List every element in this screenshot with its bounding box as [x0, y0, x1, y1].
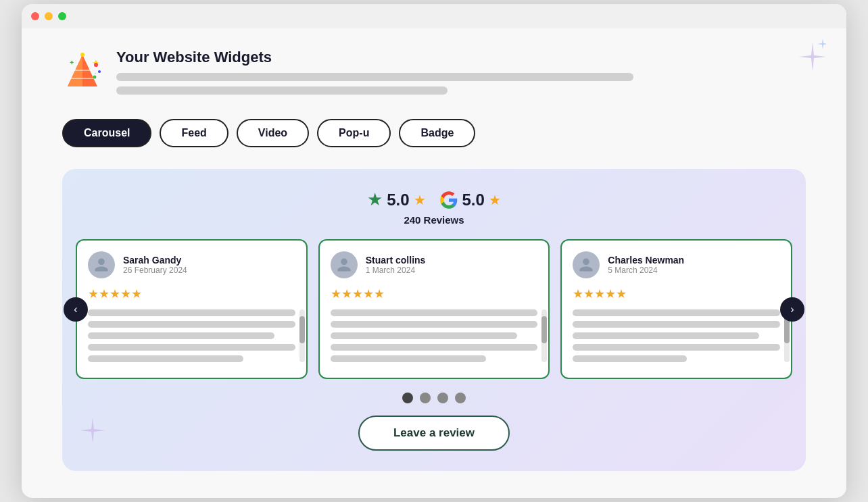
- review-card-2: Stuart collins 1 March 2024 ★★★★★: [318, 239, 550, 379]
- reviewer-date-3: 5 March 2024: [608, 266, 684, 275]
- svg-text:✦: ✦: [69, 59, 74, 66]
- svg-point-8: [94, 63, 98, 67]
- avatar-1: [88, 251, 115, 278]
- prev-button[interactable]: ‹: [64, 297, 88, 322]
- tab-feed[interactable]: Feed: [160, 119, 228, 147]
- tab-popup[interactable]: Pop-u: [317, 119, 391, 147]
- reviewer-name-3: Charles Newman: [608, 255, 684, 266]
- tab-badge[interactable]: Badge: [399, 119, 475, 147]
- reviewer-header-1: Sarah Gandy 26 February 2024: [88, 251, 295, 278]
- green-rating-value: 5.0: [387, 191, 409, 209]
- minimize-dot[interactable]: [45, 12, 53, 20]
- leave-review-button[interactable]: Leave a review: [358, 416, 510, 451]
- sparkle-decoration-bl: [76, 414, 110, 451]
- review-card-1: Sarah Gandy 26 February 2024 ★★★★★: [76, 239, 308, 379]
- reviewer-info-2: Stuart collins 1 March 2024: [366, 255, 426, 275]
- dot-4[interactable]: [455, 393, 466, 403]
- carousel-dots: [76, 393, 792, 403]
- stars-2: ★★★★★: [331, 286, 538, 301]
- reviewer-header-3: Charles Newman 5 March 2024: [573, 251, 780, 278]
- main-content: ✦ ✦ · Your Website Widgets Carousel Feed…: [22, 28, 846, 498]
- green-star-icon: ★: [367, 189, 383, 210]
- stars-3: ★★★★★: [573, 286, 780, 301]
- svg-point-4: [80, 53, 85, 57]
- next-button[interactable]: ›: [780, 297, 804, 322]
- dot-2[interactable]: [420, 393, 431, 403]
- scrollbar-2: [541, 309, 547, 362]
- header-text: Your Website Widgets: [116, 49, 806, 100]
- dot-1[interactable]: [402, 393, 413, 403]
- reviewer-date-1: 26 February 2024: [123, 266, 187, 275]
- close-dot[interactable]: [31, 12, 39, 20]
- tab-carousel[interactable]: Carousel: [62, 119, 151, 147]
- carousel-widget: ★ 5.0 ★ 5.0 ★: [62, 169, 806, 471]
- stars-1: ★★★★★: [88, 286, 295, 301]
- reviewer-header-2: Stuart collins 1 March 2024: [331, 251, 538, 278]
- scrollbar-1: [299, 309, 305, 362]
- app-window: ✦ ✦ · Your Website Widgets Carousel Feed…: [22, 4, 846, 498]
- avatar-3: [573, 251, 600, 278]
- tabs-row: Carousel Feed Video Pop-u Badge: [62, 119, 806, 147]
- reviews-count: 240 Reviews: [76, 214, 792, 226]
- maximize-dot[interactable]: [58, 12, 66, 20]
- svg-point-9: [98, 70, 101, 73]
- reviewer-info-1: Sarah Gandy 26 February 2024: [123, 255, 187, 275]
- ratings-row: ★ 5.0 ★ 5.0 ★: [76, 189, 792, 210]
- review-content-1: [88, 309, 295, 362]
- ratings-header: ★ 5.0 ★ 5.0 ★: [76, 189, 792, 226]
- logo: ✦ ✦ ·: [62, 51, 103, 92]
- reviewer-name-1: Sarah Gandy: [123, 255, 187, 266]
- review-content-2: [331, 309, 538, 362]
- reviewer-date-2: 1 March 2024: [366, 266, 426, 275]
- cards-row: ‹ Sarah Gandy 26 February 2024 ★★★★★: [76, 239, 792, 379]
- avatar-2: [331, 251, 358, 278]
- gold-star-icon-2: ★: [489, 192, 501, 208]
- reviewer-name-2: Stuart collins: [366, 255, 426, 266]
- google-logo-icon: [439, 191, 458, 209]
- header-area: ✦ ✦ · Your Website Widgets: [62, 49, 806, 100]
- review-card-3: Charles Newman 5 March 2024 ★★★★★: [560, 239, 792, 379]
- svg-point-10: [93, 76, 97, 79]
- reviewer-info-3: Charles Newman 5 March 2024: [608, 255, 684, 275]
- tab-video[interactable]: Video: [237, 119, 309, 147]
- titlebar: [22, 4, 846, 28]
- google-rating: 5.0 ★: [439, 191, 501, 209]
- page-title: Your Website Widgets: [116, 49, 806, 66]
- skeleton-line-2: [116, 86, 448, 95]
- gold-star-icon-1: ★: [414, 192, 426, 208]
- dot-3[interactable]: [437, 393, 448, 403]
- skeleton-line-1: [116, 73, 633, 81]
- green-star-rating: ★ 5.0 ★: [367, 189, 425, 210]
- google-rating-value: 5.0: [462, 191, 485, 209]
- review-content-3: [573, 309, 780, 362]
